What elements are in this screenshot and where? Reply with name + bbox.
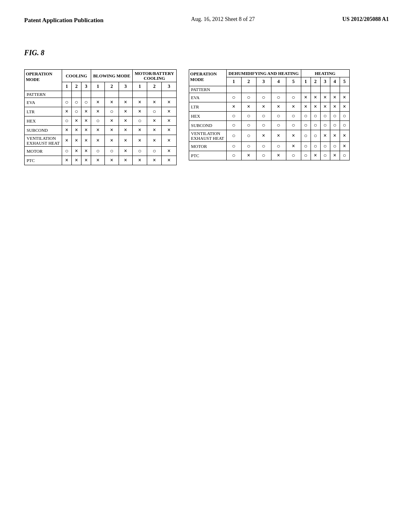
cell: × [147,126,162,135]
table1-section: OPERATIONMODE COOLING BLOWING MODE MOTOR… [24,69,177,165]
cell: × [162,135,176,147]
cell: × [132,107,147,116]
cell: ○ [301,121,311,130]
table-row: LTR×××××××××× [189,102,349,112]
table-row: PTC○×○×○○×○×○ [189,151,349,160]
cell: × [286,142,301,151]
cell: ○ [256,112,271,121]
cell: × [132,126,147,135]
cell [132,91,147,98]
row-label: HEX [189,112,226,121]
table2-heat-3: 3 [320,77,330,86]
cell: × [62,156,72,165]
cell: ○ [226,151,241,160]
cell: × [105,135,119,147]
table2-heat-header: HEATING [301,70,349,77]
cell [226,86,241,93]
cell: ○ [330,121,340,130]
table1-cool-2: 2 [72,82,81,91]
cell: ○ [132,147,147,156]
cell: ○ [241,121,256,130]
page-header: Patent Application Publication Aug. 16, … [0,0,413,33]
cell [147,91,162,98]
cell: × [241,151,256,160]
cell: ○ [105,147,119,156]
row-label: PTC [25,156,62,165]
row-label: EVA [25,98,62,107]
cell: × [330,151,340,160]
cell: × [119,116,132,126]
cell: × [340,102,349,112]
table2-heat-4: 4 [330,77,340,86]
cell: × [62,107,72,116]
table-row: VENTILATIONEXHAUST HEAT○○×××○○××× [189,130,349,142]
row-label: PATTERN [189,86,226,93]
cell: ○ [256,151,271,160]
table1-motor-3: 3 [162,82,176,91]
cell: ○ [72,98,81,107]
cell: ○ [132,116,147,126]
table2-heat-1: 1 [301,77,311,86]
cell: × [72,135,81,147]
cell: ○ [147,107,162,116]
header-left: Patent Application Publication [24,16,104,25]
table2-section: OPERATIONMODE DEHUMIDIFYING AND HEATING … [189,69,350,160]
cell [330,86,340,93]
cell [72,91,81,98]
table2-title: OPERATIONMODE [189,70,226,86]
table1: OPERATIONMODE COOLING BLOWING MODE MOTOR… [24,69,177,165]
table1-cool-3: 3 [81,82,91,91]
cell: × [81,126,91,135]
cell: × [301,102,311,112]
header-center: Aug. 16, 2012 Sheet 8 of 27 [191,16,255,23]
cell [311,86,320,93]
cell: × [162,156,176,165]
table-row: EVA○○○○○××××× [189,93,349,102]
cell: ○ [320,112,330,121]
cell: ○ [320,142,330,151]
cell: ○ [330,112,340,121]
cell: × [72,116,81,126]
cell: ○ [311,130,320,142]
cell [256,86,271,93]
cell: × [72,147,81,156]
cell: ○ [256,142,271,151]
cell [81,91,91,98]
row-label: VENTILATIONEXHAUST HEAT [25,135,62,147]
row-label: LTR [25,107,62,116]
cell: × [105,126,119,135]
cell [340,86,349,93]
table1-motor-header: MOTOR/BATTERYCOOLING [132,70,176,82]
table2-dehum-header: DEHUMIDIFYING AND HEATING [226,70,301,77]
cell: × [81,156,91,165]
cell: × [330,102,340,112]
row-label: LTR [189,102,226,112]
cell: × [72,126,81,135]
cell [271,86,286,93]
cell: × [91,107,105,116]
cell: ○ [241,112,256,121]
table2-dehum-5: 5 [286,77,301,86]
cell [62,91,72,98]
cell: × [91,98,105,107]
table2: OPERATIONMODE DEHUMIDIFYING AND HEATING … [189,69,350,160]
cell: × [256,130,271,142]
cell: × [91,156,105,165]
cell: × [320,102,330,112]
row-label: SUBCOND [189,121,226,130]
cell: × [119,98,132,107]
table-row: HEX○××○××○×× [25,116,177,126]
table1-blow-1: 1 [91,82,105,91]
cell: ○ [271,142,286,151]
cell: × [286,130,301,142]
row-label: MOTOR [25,147,62,156]
cell [91,91,105,98]
cell: ○ [62,116,72,126]
cell: ○ [301,112,311,121]
table2-heat-2: 2 [311,77,320,86]
table1-motor-2: 2 [147,82,162,91]
cell: × [330,130,340,142]
cell: ○ [311,142,320,151]
cell: × [256,102,271,112]
table2-dehum-2: 2 [241,77,256,86]
